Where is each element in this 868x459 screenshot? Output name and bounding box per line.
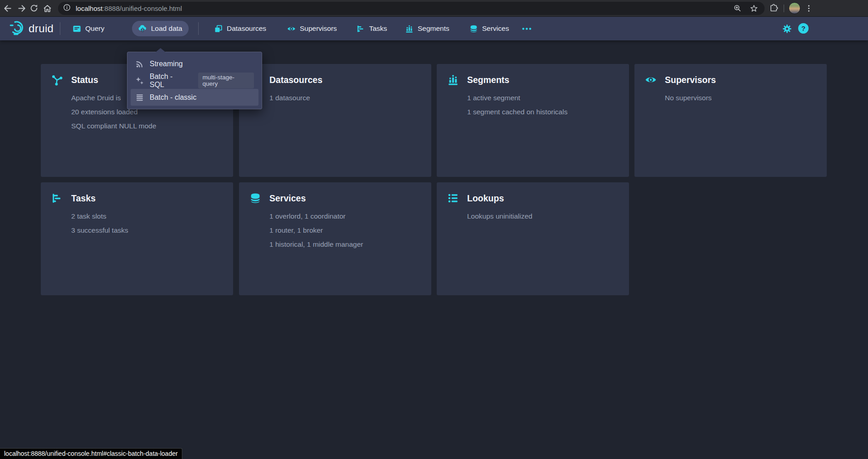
url-host: localhost xyxy=(76,5,102,12)
datasources-card-title: Datasources xyxy=(269,75,322,85)
services-line: 1 historical, 1 middle manager xyxy=(269,240,363,248)
nav-segments-label: Segments xyxy=(418,24,449,33)
stacked-lines-icon xyxy=(135,93,144,102)
nav-supervisors-button[interactable]: Supervisors xyxy=(282,21,342,36)
nav-load-data-button[interactable]: Load data xyxy=(132,21,189,36)
site-info-icon[interactable] xyxy=(63,3,71,14)
druid-console-screen: localhost:8888/unified-console.html xyxy=(0,0,868,459)
segments-line: 1 active segment xyxy=(467,94,567,102)
nav-divider xyxy=(60,22,60,35)
toolbar-separator xyxy=(784,5,784,12)
sparkles-icon xyxy=(135,76,144,85)
cloud-upload-icon xyxy=(138,24,147,33)
extensions-icon[interactable] xyxy=(768,2,779,13)
bar-chart-icon xyxy=(447,74,459,86)
settings-gear-icon[interactable] xyxy=(782,24,792,34)
tasks-card-title: Tasks xyxy=(71,193,96,204)
menu-item-streaming-label: Streaming xyxy=(150,60,183,68)
zoom-icon[interactable] xyxy=(732,3,743,14)
services-card[interactable]: Services 1 overlord, 1 coordinator 1 rou… xyxy=(239,182,431,295)
services-line: 1 router, 1 broker xyxy=(269,226,363,234)
tasks-line: 3 successful tasks xyxy=(71,226,128,234)
tasks-card[interactable]: Tasks 2 task slots 3 successful tasks xyxy=(41,182,233,295)
supervisors-card[interactable]: Supervisors No supervisors xyxy=(634,64,827,177)
url-text: localhost:8888/unified-console.html xyxy=(76,5,182,12)
datasources-stack-icon xyxy=(214,24,223,33)
url-path: :8888/unified-console.html xyxy=(102,5,182,12)
menu-item-batch-classic[interactable]: Batch - classic xyxy=(131,89,258,106)
more-menu-button[interactable] xyxy=(516,21,537,36)
link-status-bubble: localhost:8888/unified-console.html#clas… xyxy=(0,448,182,459)
bookmark-star-icon[interactable] xyxy=(748,3,759,14)
gantt-chart-icon xyxy=(356,24,365,33)
properties-list-icon xyxy=(447,192,459,204)
status-line: SQL compliant NULL mode xyxy=(71,122,156,130)
datasources-line: 1 datasource xyxy=(269,94,310,102)
status-graph-icon xyxy=(51,74,63,86)
feed-icon xyxy=(135,59,144,68)
druid-navbar: druid Query Load data xyxy=(0,17,868,40)
database-icon xyxy=(249,192,261,204)
druid-wordmark: druid xyxy=(29,22,54,35)
nav-datasources-label: Datasources xyxy=(227,24,266,33)
browser-toolbar: localhost:8888/unified-console.html xyxy=(0,0,868,17)
services-line: 1 overlord, 1 coordinator xyxy=(269,212,363,220)
nav-tasks-button[interactable]: Tasks xyxy=(351,21,393,36)
menu-item-batch-sql-label: Batch - SQL xyxy=(150,73,189,89)
druid-logo-icon xyxy=(9,20,25,38)
supervisors-line: No supervisors xyxy=(665,94,712,102)
gantt-chart-icon xyxy=(51,192,63,204)
segments-line: 1 segment cached on historicals xyxy=(467,108,567,116)
nav-query-button[interactable]: Query xyxy=(67,21,110,36)
tasks-line: 2 task slots xyxy=(71,212,128,220)
status-card-title: Status xyxy=(71,75,98,85)
popover-arrow xyxy=(156,48,166,52)
eye-icon xyxy=(645,74,657,86)
address-bar[interactable]: localhost:8888/unified-console.html xyxy=(58,2,765,15)
nav-services-label: Services xyxy=(482,24,509,33)
segments-card-title: Segments xyxy=(467,75,509,85)
supervisors-card-title: Supervisors xyxy=(665,75,716,85)
nav-datasources-button[interactable]: Datasources xyxy=(209,21,272,36)
menu-item-batch-sql[interactable]: Batch - SQL multi-stage-query xyxy=(131,72,258,89)
nav-supervisors-label: Supervisors xyxy=(300,24,337,33)
profile-avatar[interactable] xyxy=(789,2,800,14)
lookups-card[interactable]: Lookups Lookups uninitialized xyxy=(437,182,629,295)
menu-item-batch-classic-label: Batch - classic xyxy=(150,93,196,102)
load-data-menu: Streaming Batch - SQL multi-stage-query xyxy=(127,52,262,109)
menu-item-streaming[interactable]: Streaming xyxy=(131,55,258,72)
nav-query-label: Query xyxy=(85,24,104,33)
nav-tasks-label: Tasks xyxy=(369,24,387,33)
nav-load-data-label: Load data xyxy=(151,24,182,33)
services-card-title: Services xyxy=(269,193,306,204)
browser-back-button[interactable] xyxy=(2,3,13,14)
browser-forward-button[interactable] xyxy=(16,3,27,14)
browser-home-button[interactable] xyxy=(42,3,53,14)
multi-stage-query-badge: multi-stage-query xyxy=(198,73,254,88)
bar-chart-icon xyxy=(405,24,414,33)
segments-card[interactable]: Segments 1 active segment 1 segment cach… xyxy=(437,64,629,177)
help-button[interactable]: ? xyxy=(798,23,809,34)
browser-reload-button[interactable] xyxy=(29,3,39,14)
database-icon xyxy=(469,24,478,33)
eye-icon xyxy=(287,24,296,33)
nav-segments-button[interactable]: Segments xyxy=(400,21,455,36)
more-dots-icon xyxy=(522,24,532,33)
query-console-icon xyxy=(73,24,81,33)
lookups-line: Lookups uninitialized xyxy=(467,212,532,220)
nav-divider xyxy=(198,22,199,35)
datasources-card[interactable]: Datasources 1 datasource xyxy=(239,64,431,177)
nav-services-button[interactable]: Services xyxy=(464,21,514,36)
browser-menu-kebab-icon[interactable] xyxy=(803,3,814,14)
druid-logo[interactable]: druid xyxy=(9,20,54,37)
lookups-card-title: Lookups xyxy=(467,193,504,204)
